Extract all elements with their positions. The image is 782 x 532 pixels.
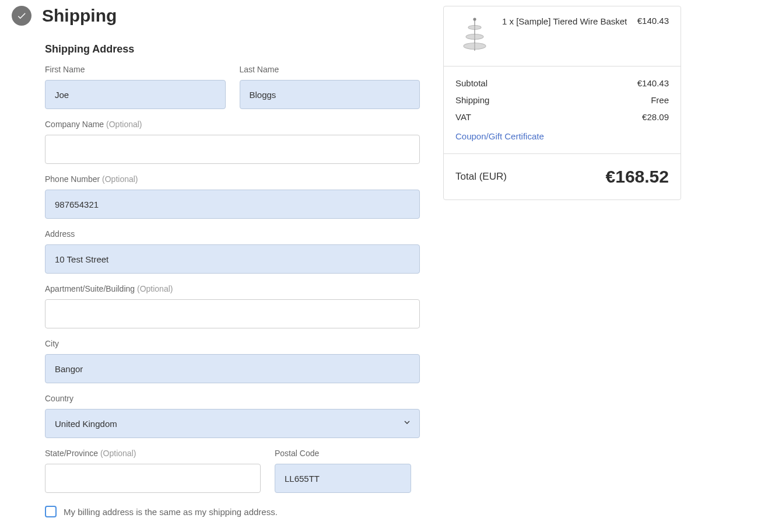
product-image bbox=[455, 16, 494, 54]
billing-same-checkbox[interactable] bbox=[45, 506, 57, 517]
apartment-input[interactable] bbox=[45, 299, 420, 328]
shipping-cost-value: Free bbox=[651, 95, 669, 105]
first-name-label: First Name bbox=[45, 65, 226, 74]
country-label: Country bbox=[45, 394, 420, 403]
last-name-label: Last Name bbox=[240, 65, 420, 74]
order-summary: 1 x [Sample] Tiered Wire Basket €140.43 … bbox=[443, 6, 681, 200]
subtotal-label: Subtotal bbox=[455, 78, 488, 88]
cart-item: 1 x [Sample] Tiered Wire Basket €140.43 bbox=[444, 6, 681, 66]
company-label: Company Name (Optional) bbox=[45, 120, 420, 129]
svg-point-4 bbox=[474, 18, 476, 20]
cart-item-name: 1 x [Sample] Tiered Wire Basket bbox=[502, 16, 629, 54]
phone-label: Phone Number (Optional) bbox=[45, 174, 420, 184]
coupon-link[interactable]: Coupon/Gift Certificate bbox=[455, 131, 544, 141]
svg-point-3 bbox=[464, 43, 486, 50]
apartment-label: Apartment/Suite/Building (Optional) bbox=[45, 284, 420, 293]
vat-line: VAT €28.09 bbox=[455, 112, 669, 122]
postal-label: Postal Code bbox=[275, 449, 411, 458]
shipping-section: Shipping Shipping Address First Name Las… bbox=[12, 6, 420, 517]
phone-input[interactable] bbox=[45, 190, 420, 219]
section-header: Shipping bbox=[12, 6, 420, 26]
vat-value: €28.09 bbox=[642, 112, 669, 122]
shipping-cost-label: Shipping bbox=[455, 95, 489, 105]
svg-point-2 bbox=[466, 34, 483, 40]
city-label: City bbox=[45, 339, 420, 348]
country-select[interactable]: United Kingdom bbox=[45, 409, 420, 438]
svg-point-1 bbox=[468, 26, 481, 30]
cart-item-price: €140.43 bbox=[637, 16, 669, 54]
address-input[interactable] bbox=[45, 244, 420, 274]
total-section: Total (EUR) €168.52 bbox=[444, 154, 681, 200]
state-input[interactable] bbox=[45, 464, 261, 493]
billing-same-label[interactable]: My billing address is the same as my shi… bbox=[64, 507, 278, 517]
subtotal-value: €140.43 bbox=[637, 78, 669, 88]
subtotal-line: Subtotal €140.43 bbox=[455, 78, 669, 88]
shipping-line: Shipping Free bbox=[455, 95, 669, 105]
total-amount: €168.52 bbox=[606, 167, 669, 187]
check-circle-icon bbox=[12, 6, 31, 26]
vat-label: VAT bbox=[455, 112, 471, 122]
company-input[interactable] bbox=[45, 135, 420, 164]
state-label: State/Province (Optional) bbox=[45, 449, 261, 458]
section-title: Shipping bbox=[42, 6, 117, 26]
shipping-address-heading: Shipping Address bbox=[45, 43, 420, 55]
city-input[interactable] bbox=[45, 354, 420, 383]
total-label: Total (EUR) bbox=[455, 171, 507, 183]
address-label: Address bbox=[45, 229, 420, 239]
postal-input[interactable] bbox=[275, 464, 411, 493]
last-name-input[interactable] bbox=[240, 80, 420, 109]
first-name-input[interactable] bbox=[45, 80, 226, 109]
